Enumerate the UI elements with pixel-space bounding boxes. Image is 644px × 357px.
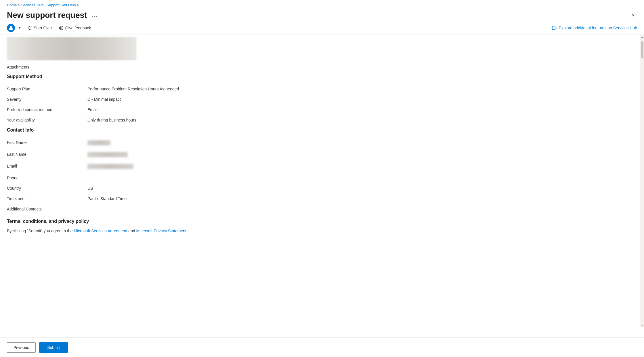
user-dropdown-button[interactable]: ▾ (16, 24, 23, 31)
last-name-label: Last Name (7, 149, 87, 161)
contact-info-section: Contact Info First Name Last Name Email … (7, 128, 633, 214)
support-plan-label: Support Plan (7, 84, 87, 94)
terms-text-between: and (127, 229, 136, 233)
breadcrumb-services-hub[interactable]: Services Hub | Support Self Help (21, 3, 76, 7)
last-name-value (87, 149, 633, 161)
breadcrumb-home[interactable]: Home (7, 3, 17, 7)
svg-point-1 (59, 26, 63, 30)
explore-features-link[interactable]: Explore additional features on Services … (552, 26, 637, 30)
scroll-up-arrow[interactable]: ▲ (640, 35, 644, 39)
main-content-area: Attachments Support Method Support Plan … (0, 35, 640, 327)
availability-label: Your availability (7, 115, 87, 125)
email-blurred (87, 164, 133, 169)
timezone-label: Timezone (7, 193, 87, 204)
severity-label: Severity (7, 94, 87, 105)
blurred-content (7, 37, 136, 60)
close-button[interactable]: × (629, 11, 637, 20)
contact-info-title: Contact Info (7, 128, 633, 133)
last-name-blurred (87, 152, 128, 157)
start-over-label: Start Over (34, 26, 52, 30)
breadcrumb: Home > Services Hub | Support Self Help … (7, 3, 637, 7)
svg-point-3 (62, 27, 62, 28)
severity-value: C - Minimal impact (87, 94, 633, 105)
user-avatar (7, 24, 15, 32)
support-method-grid: Support Plan Performance Problem Resolut… (7, 84, 633, 125)
microsoft-services-agreement-link[interactable]: Microsoft Services Agreement (74, 229, 127, 233)
attachments-label: Attachments (7, 65, 633, 69)
dropdown-arrow-icon: ▾ (19, 26, 20, 29)
refresh-icon (27, 26, 32, 30)
scroll-down-arrow[interactable]: ▼ (640, 323, 644, 327)
svg-rect-4 (552, 26, 555, 30)
scrollbar[interactable]: ▲ ▼ (640, 35, 644, 327)
phone-value (87, 173, 633, 183)
contact-info-grid: First Name Last Name Email Phone Country… (7, 137, 633, 214)
terms-text-before: By clicking "Submit" you agree to the (7, 229, 74, 233)
support-method-title: Support Method (7, 74, 633, 79)
feedback-icon (59, 26, 64, 30)
toolbar: ▾ Start Over Give feedback Explore addit… (0, 21, 644, 35)
first-name-value (87, 137, 633, 149)
svg-point-2 (60, 27, 61, 28)
start-over-button[interactable]: Start Over (24, 24, 55, 32)
terms-section: Terms, conditions, and privacy policy By… (7, 219, 633, 233)
previous-button[interactable]: Previous (7, 342, 36, 353)
page-title: New support request (7, 11, 87, 20)
breadcrumb-sep2: > (77, 3, 79, 7)
first-name-blurred (87, 140, 110, 145)
terms-title: Terms, conditions, and privacy policy (7, 219, 633, 224)
additional-contacts-value (87, 204, 633, 214)
country-value: US (87, 183, 633, 193)
preferred-contact-value: Email (87, 105, 633, 115)
email-label: Email (7, 161, 87, 173)
microsoft-privacy-statement-link[interactable]: Microsoft Privacy Statement (136, 229, 186, 233)
availability-value: Only during business hours (87, 115, 633, 125)
give-feedback-button[interactable]: Give feedback (56, 24, 94, 32)
country-label: Country (7, 183, 87, 193)
additional-contacts-label: Additional Contacts (7, 204, 87, 214)
ellipsis-button[interactable]: ... (89, 11, 100, 20)
explore-label: Explore additional features on Services … (559, 26, 637, 30)
first-name-label: First Name (7, 137, 87, 149)
timezone-value: Pacific Standard Time (87, 193, 633, 204)
explore-icon (552, 26, 557, 30)
terms-text: By clicking "Submit" you agree to the Mi… (7, 229, 633, 233)
give-feedback-label: Give feedback (65, 26, 91, 30)
breadcrumb-sep1: > (18, 3, 20, 7)
support-method-section: Support Method Support Plan Performance … (7, 74, 633, 125)
email-value (87, 161, 633, 173)
scroll-thumb[interactable] (641, 41, 643, 58)
phone-label: Phone (7, 173, 87, 183)
submit-button[interactable]: Submit (39, 342, 68, 353)
preferred-contact-label: Preferred contact method (7, 105, 87, 115)
support-plan-value: Performance Problem Resolution Hours As-… (87, 84, 633, 94)
footer: Previous Submit (0, 337, 644, 357)
